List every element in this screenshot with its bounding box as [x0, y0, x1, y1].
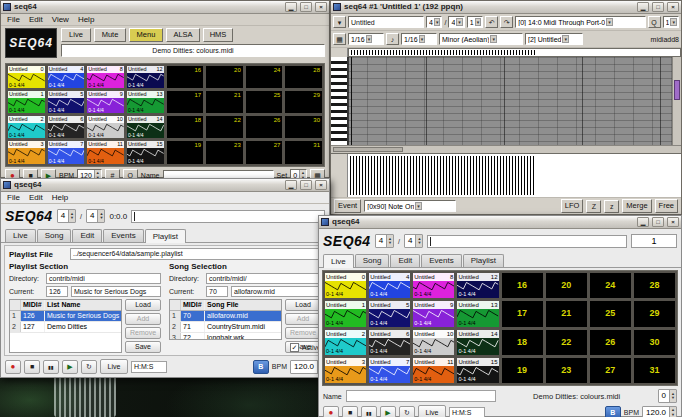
pause-button[interactable]: ▮▮	[43, 360, 59, 374]
hms-button[interactable]: HMS	[203, 28, 233, 42]
save-button[interactable]: Save	[125, 341, 161, 353]
tab-playlist[interactable]: Playlist	[463, 254, 504, 267]
pattern-slot-empty-23[interactable]: 23	[205, 140, 244, 164]
song-current-name[interactable]: allofarow.mid	[231, 286, 321, 297]
minimize-button[interactable]: ▁	[285, 2, 297, 12]
pattern-slot-15[interactable]: Untitled150-1 4/4	[456, 357, 499, 384]
playlist-current-number[interactable]: 126	[46, 286, 68, 297]
tab-song[interactable]: Song	[37, 229, 72, 242]
minimize-button[interactable]: ▁	[637, 217, 649, 227]
column-header[interactable]: MIDI#	[21, 300, 45, 310]
close-button[interactable]: ×	[667, 2, 679, 12]
velocity-lane[interactable]	[348, 154, 681, 197]
active-checkbox[interactable]: ✓	[290, 343, 299, 352]
menu-file[interactable]: File	[7, 14, 20, 25]
tab-live[interactable]: Live	[5, 229, 36, 242]
pattern-slot-7[interactable]: Untitled70-1 4/4	[368, 357, 411, 384]
editor-titlebar[interactable]: seq64 #1 'Untitled 1' (192 ppqn) ▁ □ ×	[331, 1, 681, 14]
pattern-slot-empty-25[interactable]: 25	[245, 90, 284, 114]
pattern-slot-15[interactable]: Untitled150-1 4/4	[126, 140, 165, 164]
pattern-slot-empty-19[interactable]: 19	[501, 357, 544, 384]
column-header[interactable]: List Name	[45, 300, 121, 310]
bpm-spin[interactable]: 120.0 ▲▼	[642, 406, 677, 417]
pattern-slot-empty-16[interactable]: 16	[166, 65, 205, 89]
pattern-slot-13[interactable]: Untitled130-1 4/4	[456, 300, 499, 327]
live-titlebar[interactable]: qseq64 ▁ □ ×	[319, 216, 681, 229]
live-mode-button[interactable]: Live	[100, 359, 128, 374]
pattern-slot-7[interactable]: Untitled70-1 4/4	[47, 140, 86, 164]
bank-spin[interactable]: 0 ▲▼	[658, 389, 677, 403]
horizontal-scrollbar[interactable]	[331, 145, 681, 153]
pattern-slot-11[interactable]: Untitled110-1 4/4	[412, 357, 455, 384]
load-button[interactable]: Load	[285, 299, 321, 311]
pattern-slot-empty-20[interactable]: 20	[205, 65, 244, 89]
close-button[interactable]: ×	[315, 2, 327, 12]
pattern-slot-8[interactable]: Untitled80-1 4/4	[412, 272, 455, 299]
song-position-bar[interactable]	[427, 235, 627, 248]
tap-bpm-button[interactable]: B	[253, 360, 269, 374]
note-button[interactable]: ♪	[386, 33, 399, 45]
pattern-slot-empty-24[interactable]: 24	[589, 272, 632, 299]
pattern-slot-empty-21[interactable]: 21	[545, 300, 588, 327]
tab-events[interactable]: Events	[103, 229, 143, 242]
event-lane[interactable]	[348, 48, 681, 57]
pattern-slot-2[interactable]: Untitled20-1 4/4	[324, 329, 367, 356]
main-titlebar[interactable]: seq64 ▁ □ ×	[1, 1, 329, 14]
stop-button[interactable]: ■	[342, 406, 358, 417]
tab-song[interactable]: Song	[355, 254, 390, 267]
beat-width-spin[interactable]: 4 ▲▼	[86, 209, 105, 223]
zoom-out-button[interactable]: z	[604, 200, 619, 213]
spin-down-icon[interactable]: ▼	[670, 396, 676, 401]
loop-button[interactable]: ↻	[399, 406, 415, 417]
pattern-slot-empty-29[interactable]: 29	[633, 300, 676, 327]
pattern-slot-5[interactable]: Untitled50-1 4/4	[368, 300, 411, 327]
maximize-button[interactable]: □	[652, 217, 664, 227]
live-mode-button[interactable]: Live	[418, 405, 446, 417]
pattern-slot-empty-31[interactable]: 31	[284, 140, 323, 164]
beats-per-bar-combo[interactable]: 4▾	[426, 16, 442, 28]
pattern-slot-empty-25[interactable]: 25	[589, 300, 632, 327]
menu-help[interactable]: Help	[52, 192, 68, 203]
event-type-combo[interactable]: [0x90] Note On▾	[364, 200, 456, 212]
pattern-slot-12[interactable]: Untitled120-1 4/4	[456, 272, 499, 299]
pattern-slot-empty-18[interactable]: 18	[501, 329, 544, 356]
tab-edit[interactable]: Edit	[390, 254, 420, 267]
event-button[interactable]: Event	[334, 199, 361, 213]
pattern-slot-empty-29[interactable]: 29	[284, 90, 323, 114]
pattern-slot-11[interactable]: Untitled110-1 4/4	[86, 140, 125, 164]
tools-button[interactable]: ▦	[333, 33, 346, 45]
menu-edit[interactable]: Edit	[29, 192, 43, 203]
pattern-slot-3[interactable]: Untitled30-1 4/4	[7, 140, 46, 164]
zoom-in-button[interactable]: Z	[586, 200, 601, 213]
pattern-slot-empty-23[interactable]: 23	[545, 357, 588, 384]
tab-events[interactable]: Events	[421, 254, 461, 267]
minimize-button[interactable]: ▁	[285, 180, 297, 190]
pattern-slot-0[interactable]: Untitled00-1 4/4	[324, 272, 367, 299]
pattern-slot-empty-28[interactable]: 28	[284, 65, 323, 89]
redo-button[interactable]: ↷	[500, 16, 513, 28]
add-button[interactable]: Add	[125, 313, 161, 325]
sequence-menu-button[interactable]: ▾	[333, 16, 346, 28]
snap-combo[interactable]: 1/16▾	[348, 33, 384, 45]
pattern-slot-4[interactable]: Untitled40-1 4/4	[368, 272, 411, 299]
close-button[interactable]: ×	[315, 180, 327, 190]
pattern-slot-10[interactable]: Untitled100-1 4/4	[86, 115, 125, 139]
menu-file[interactable]: File	[7, 192, 20, 203]
pattern-slot-empty-19[interactable]: 19	[166, 140, 205, 164]
pattern-slot-empty-24[interactable]: 24	[245, 65, 284, 89]
song-directory-field[interactable]: contrib/midi/	[206, 273, 321, 284]
tap-bpm-button[interactable]: B	[605, 406, 621, 417]
menu-help[interactable]: Help	[78, 14, 94, 25]
free-mode-button[interactable]: Free	[655, 199, 678, 213]
pattern-slot-empty-26[interactable]: 26	[589, 329, 632, 356]
pause-button[interactable]: ▮▮	[361, 406, 377, 417]
piano-keys[interactable]	[331, 57, 348, 145]
close-button[interactable]: ×	[667, 217, 679, 227]
tab-playlist[interactable]: Playlist	[145, 229, 186, 243]
spin-down-icon[interactable]: ▼	[416, 241, 422, 246]
table-row[interactable]: 2127Demo Ditties	[10, 322, 121, 333]
playlist-directory-field[interactable]: contrib/midi	[46, 273, 161, 284]
horizontal-scrollbar-thumb[interactable]	[333, 147, 403, 152]
midi-bus-combo[interactable]: [0] 14:0 Midi Through Port-0▾	[515, 16, 645, 28]
pattern-slot-empty-17[interactable]: 17	[501, 300, 544, 327]
